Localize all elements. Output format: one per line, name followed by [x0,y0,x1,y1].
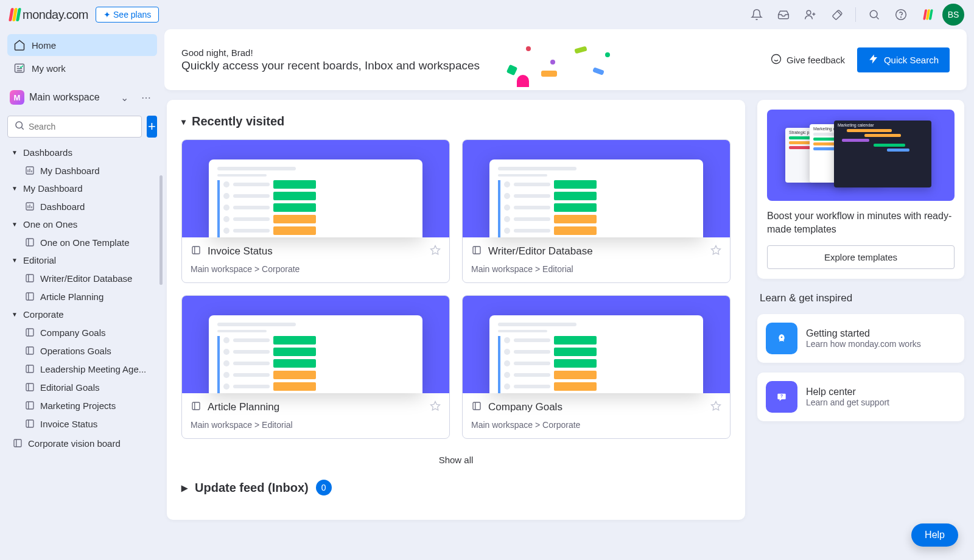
board-card-title: Article Planning [208,401,424,413]
search-icon [14,120,25,133]
tree-group-header[interactable]: ▼Dashboards [7,144,157,161]
inbox-icon[interactable] [771,2,796,27]
tree-item[interactable]: Company Goals [7,323,157,341]
board-card-path: Main workspace > Editorial [471,264,721,274]
explore-templates-button[interactable]: Explore templates [767,245,955,269]
invite-members-icon[interactable] [798,2,822,27]
star-icon[interactable] [710,245,721,258]
board-card-thumbnail [182,296,449,393]
show-all-button[interactable]: Show all [181,455,730,465]
sidebar-search-input[interactable] [29,122,135,131]
svg-rect-12 [26,347,33,354]
board-icon [24,418,35,429]
board-card-title: Company Goals [488,401,704,413]
tree-item[interactable]: Dashboard [7,197,157,215]
update-feed-header[interactable]: ▸ Update feed (Inbox) 0 [181,480,730,495]
sidebar-item-corporate-vision[interactable]: Corporate vision board [7,434,157,452]
recently-visited-header[interactable]: ▾ Recently visited [181,114,730,128]
add-button[interactable]: + [147,116,157,138]
svg-rect-25 [473,402,480,410]
workspace-menu-icon[interactable]: ⋯ [138,89,155,106]
search-everything-icon[interactable] [862,2,886,27]
tree-group-header[interactable]: ▼One on Ones [7,215,157,233]
sidebar-item-label: Corporate vision board [28,438,121,449]
give-feedback-button[interactable]: Give feedback [771,54,845,66]
see-plans-button[interactable]: ✦ See plans [96,7,159,23]
brand-logo[interactable]: monday.com [10,8,88,22]
svg-point-1 [870,10,877,18]
tree-item-label: Company Goals [40,327,106,338]
templates-hero-image: Strategic plan Marketing camp. Marketing… [767,110,955,201]
svg-rect-21 [473,247,480,254]
help-center-icon: ? [766,381,797,413]
greeting: Good night, Brad! [181,47,480,58]
board-icon [24,237,35,248]
board-icon [191,245,201,258]
board-icon [24,400,35,411]
dashboard-icon [24,201,35,212]
apps-icon[interactable] [825,2,849,27]
board-icon [12,438,23,449]
star-icon[interactable] [430,401,441,414]
notifications-icon[interactable] [745,2,769,27]
svg-text:?: ? [780,393,783,399]
star-icon[interactable] [430,245,441,258]
board-card[interactable]: Invoice StatusMain workspace > Corporate [181,139,450,283]
svg-rect-8 [26,239,33,246]
plus-icon: + [148,119,156,135]
svg-point-18 [772,54,781,63]
help-floating-button[interactable]: Help [911,523,958,547]
board-card[interactable]: Article PlanningMain workspace > Editori… [181,295,450,439]
tree-item-label: Writer/Editor Database [40,273,132,284]
tree-item[interactable]: Invoice Status [7,415,157,433]
svg-rect-14 [26,383,33,391]
board-icon [24,327,35,338]
update-feed-title: Update feed (Inbox) [195,481,309,495]
home-icon [13,39,26,51]
tree-item-label: Marketing Projects [40,401,116,411]
tree-item[interactable]: Leadership Meeting Age... [7,360,157,378]
board-card-thumbnail [463,140,730,237]
quick-search-button[interactable]: Quick Search [857,47,950,72]
svg-marker-24 [431,402,440,410]
svg-marker-22 [712,246,721,254]
workspace-name[interactable]: Main workspace [29,92,111,103]
svg-rect-15 [26,402,33,409]
tree-item[interactable]: My Dashboard [7,161,157,180]
avatar[interactable]: BS [942,4,964,26]
tree-item[interactable]: Editorial Goals [7,378,157,396]
dashboard-icon [24,165,35,176]
tree-item[interactable]: Article Planning [7,287,157,306]
help-center-card[interactable]: ? Help center Learn and get support [757,373,964,421]
tree-item[interactable]: Writer/Editor Database [7,269,157,287]
board-icon [24,345,35,356]
tree-item[interactable]: Marketing Projects [7,396,157,415]
product-switcher-icon[interactable] [916,2,940,27]
tree-group-header[interactable]: ▼My Dashboard [7,180,157,197]
caret-down-icon: ▼ [10,185,19,192]
help-icon[interactable] [889,2,913,27]
board-card[interactable]: Company GoalsMain workspace > Corporate [462,295,730,439]
brand-name: monday.com [23,8,88,22]
nav-home-label: Home [32,40,56,51]
svg-marker-20 [431,246,440,254]
board-icon [471,245,482,258]
nav-my-work[interactable]: My work [7,57,157,79]
star-icon[interactable] [710,401,721,414]
board-card-path: Main workspace > Corporate [471,420,721,430]
tree-group-header[interactable]: ▼Editorial [7,251,157,269]
help-center-title: Help center [806,387,889,397]
workspace-chevron-down-icon[interactable]: ⌄ [116,89,133,106]
tree-group-header[interactable]: ▼Corporate [7,306,157,323]
nav-home[interactable]: Home [7,34,157,56]
chevron-right-icon: ▸ [181,480,187,495]
learn-heading: Learn & get inspired [757,289,964,304]
svg-rect-10 [26,293,33,300]
tree-item-label: Operations Goals [40,346,111,356]
getting-started-card[interactable]: Getting started Learn how monday.com wor… [757,314,964,363]
sidebar-search[interactable] [7,116,142,138]
tree-item[interactable]: One on One Template [7,233,157,251]
tree-item[interactable]: Operations Goals [7,341,157,360]
board-card[interactable]: Writer/Editor DatabaseMain workspace > E… [462,139,730,283]
board-icon [24,382,35,393]
